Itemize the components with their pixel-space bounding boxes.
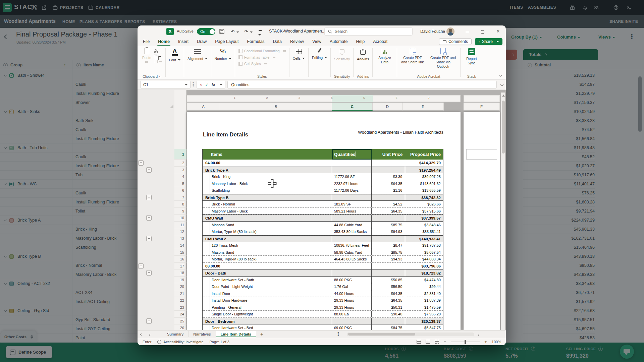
group-name-cell[interactable]: Door - Bath bbox=[203, 270, 332, 276]
header-quantities-selected-cell[interactable]: Quantities bbox=[332, 149, 372, 160]
quantity-cell[interactable]: 2232.97 Hours bbox=[332, 180, 372, 187]
row-number[interactable]: 21 bbox=[174, 290, 186, 297]
avatar[interactable] bbox=[446, 27, 454, 36]
quantity-cell[interactable] bbox=[332, 270, 372, 276]
column-header-B[interactable]: B bbox=[220, 103, 332, 111]
proposal-price-cell[interactable]: $39,907.28 bbox=[405, 173, 443, 180]
quantity-cell[interactable] bbox=[332, 215, 372, 221]
sheet-tab-narratives[interactable]: Narratives bbox=[189, 331, 216, 337]
section-code-cell[interactable]: 08.00.00 bbox=[203, 263, 332, 270]
group-subtotal-row[interactable]: Door - Bedroom$20,139.37 bbox=[203, 318, 443, 325]
proposal-price-cell[interactable]: $38,742.32 bbox=[405, 194, 443, 201]
unit-price-cell[interactable]: $8.47 bbox=[372, 242, 406, 249]
scrollbar-thumb[interactable] bbox=[348, 333, 415, 336]
unit-price-cell[interactable]: $56.50 bbox=[372, 283, 406, 290]
unit-price-cell[interactable]: $85.75 bbox=[372, 222, 406, 228]
cut-button[interactable] bbox=[154, 49, 162, 53]
row-number[interactable]: 24 bbox=[174, 311, 186, 318]
close-button[interactable]: × bbox=[490, 25, 506, 38]
quantity-cell[interactable]: 88.00 Ea bbox=[332, 311, 372, 317]
row-number[interactable]: 5 bbox=[174, 180, 186, 187]
paste-button[interactable]: Paste bbox=[142, 48, 151, 63]
unit-price-cell[interactable] bbox=[372, 263, 406, 270]
copy-button[interactable] bbox=[154, 55, 162, 58]
row-number[interactable]: 2 bbox=[174, 160, 186, 167]
maximize-button[interactable] bbox=[475, 25, 490, 38]
zoom-in-button[interactable]: + bbox=[484, 339, 487, 344]
row-number[interactable]: 10 bbox=[174, 215, 186, 222]
group-subtotal-row[interactable]: Brick Type A$197,254.49 bbox=[203, 167, 443, 174]
analyze-data-button[interactable]: Analyze Data bbox=[373, 46, 396, 79]
ribbon-tab-help[interactable]: Help bbox=[355, 38, 365, 45]
search-input[interactable]: Search bbox=[324, 27, 413, 36]
autosave-toggle[interactable]: On bbox=[197, 28, 215, 35]
proposal-price-cell[interactable]: $33,551.11 bbox=[405, 228, 443, 235]
item-name-cell[interactable]: Painting - General bbox=[210, 304, 332, 311]
unit-price-cell[interactable]: $85.75 bbox=[372, 249, 406, 256]
scrollbar-thumb[interactable] bbox=[502, 101, 505, 154]
quantity-cell[interactable] bbox=[332, 318, 372, 324]
table-header-row[interactable]: Items Quantities Unit Price Proposal Pri… bbox=[203, 149, 443, 160]
ribbon-tab-view[interactable]: View bbox=[312, 38, 322, 45]
comments-button[interactable]: Comments bbox=[439, 38, 472, 45]
item-name-cell[interactable]: Single Door - Lightweight bbox=[210, 311, 332, 317]
ribbon-tab-insert[interactable]: Insert bbox=[177, 38, 189, 45]
quantity-cell[interactable]: 182.89 SF bbox=[332, 201, 372, 207]
group-name-cell[interactable]: Brick Type B bbox=[203, 194, 332, 201]
section-row[interactable]: 08.00.00$83,796.36 bbox=[203, 263, 443, 270]
group-subtotal-row[interactable]: CMU Wall$37,399.57 bbox=[203, 215, 443, 222]
quantity-cell[interactable]: 10836.78 Linear Feet bbox=[332, 242, 372, 249]
zoom-out-button[interactable]: − bbox=[444, 339, 446, 344]
column-header-A[interactable]: A bbox=[187, 103, 220, 111]
quantity-cell[interactable] bbox=[332, 194, 372, 201]
row-number[interactable]: 25 bbox=[174, 318, 186, 325]
formula-input[interactable]: Quantities bbox=[227, 81, 497, 88]
minimize-button[interactable] bbox=[460, 25, 475, 38]
report-sync-button[interactable]: Report Sync bbox=[464, 48, 479, 65]
quantity-cell[interactable]: 44.88 Cubic Yard bbox=[332, 222, 372, 228]
row-number[interactable]: 17 bbox=[174, 263, 186, 270]
page-layout-view-icon[interactable] bbox=[426, 340, 430, 344]
unit-price-cell[interactable]: $4.52 bbox=[372, 201, 406, 207]
row-number[interactable]: 23 bbox=[174, 304, 186, 311]
unit-price-cell[interactable]: $3.39 bbox=[372, 173, 406, 180]
line-item-row[interactable]: Masons Sand44.88 Cubic Yard$85.75$3,848.… bbox=[203, 222, 443, 229]
quantity-cell[interactable]: 58.98 Cubic Yard bbox=[332, 249, 372, 256]
line-item-row[interactable]: Single Door - Lightweight88.00 Ea$90.40$… bbox=[203, 311, 443, 318]
page-break-view-icon[interactable] bbox=[435, 340, 439, 344]
row-number[interactable]: 19 bbox=[174, 277, 186, 284]
line-item-row[interactable]: 120 Truss-Mesh10836.78 Linear Feet$8.47$… bbox=[203, 242, 443, 249]
column-header-E[interactable]: E bbox=[402, 103, 444, 111]
proposal-price-cell[interactable]: $3,848.46 bbox=[405, 222, 443, 228]
item-name-cell[interactable]: Install Door bbox=[210, 290, 332, 297]
outline-collapse-button[interactable]: − bbox=[146, 236, 152, 241]
proposal-price-cell[interactable]: $91,787.53 bbox=[405, 242, 443, 249]
quantity-cell[interactable]: 11772.06 SF bbox=[332, 173, 372, 180]
quantity-cell[interactable]: 44.00 Hours bbox=[332, 290, 372, 297]
unit-price-cell[interactable] bbox=[372, 194, 406, 201]
unit-price-cell[interactable] bbox=[372, 270, 406, 276]
line-item-row[interactable]: Door Paint - Light Weight1.76 Gal$56.50$… bbox=[203, 283, 443, 290]
zoom-knob[interactable] bbox=[465, 340, 466, 344]
ribbon-tab-draw[interactable]: Draw bbox=[196, 38, 207, 45]
row-number[interactable]: 22 bbox=[174, 297, 186, 304]
insert-function-button[interactable]: fx bbox=[212, 82, 215, 87]
scroll-up-icon[interactable] bbox=[502, 95, 505, 97]
item-name-cell[interactable]: Scaffolding bbox=[210, 187, 332, 194]
row-number[interactable]: 3 bbox=[174, 167, 186, 174]
proposal-price-cell[interactable]: $13,655.59 bbox=[405, 187, 443, 194]
quantity-cell[interactable]: 1.76 Gal bbox=[332, 283, 372, 290]
ribbon-tab-review[interactable]: Review bbox=[289, 38, 305, 45]
proposal-price-cell[interactable]: $140,933.41 bbox=[405, 236, 443, 242]
group-subtotal-row[interactable]: Door - Bath$18,723.82 bbox=[203, 269, 443, 277]
unit-price-cell[interactable]: $50.31 bbox=[372, 304, 406, 311]
unit-price-cell[interactable]: $1.16 bbox=[372, 187, 406, 194]
quantity-cell[interactable]: 69.00 PKG bbox=[332, 324, 372, 330]
column-header-F[interactable]: F bbox=[464, 103, 500, 111]
quantity-cell[interactable]: 29.33 Hours bbox=[332, 297, 372, 304]
ribbon-tab-home[interactable]: Home bbox=[157, 38, 170, 45]
tabs-prev-icon[interactable] bbox=[138, 332, 145, 336]
quantity-cell[interactable]: 353.43 80 Lb Sacks bbox=[332, 228, 372, 235]
ribbon-tab-acrobat[interactable]: Acrobat bbox=[372, 38, 388, 45]
row-number[interactable]: 16 bbox=[174, 256, 186, 263]
